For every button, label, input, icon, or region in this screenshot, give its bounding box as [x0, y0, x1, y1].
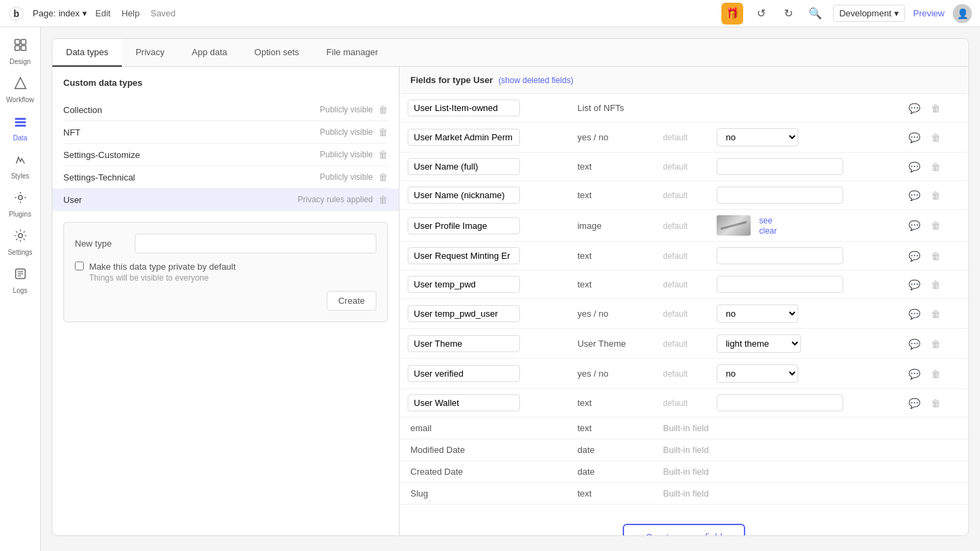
data-type-item-settings-customize[interactable]: Settings-Customize Publicly visible 🗑 [63, 144, 388, 166]
field-type-cell: yes / no [569, 299, 655, 329]
create-field-button[interactable]: Create a new field [623, 524, 746, 535]
data-type-item-user[interactable]: User Privacy rules applied 🗑 [52, 189, 399, 211]
field-name-input[interactable] [408, 187, 520, 204]
fields-panel-title: Fields for type User [410, 75, 493, 85]
sidebar-item-settings[interactable]: Settings [0, 223, 40, 262]
data-type-item-settings-technical[interactable]: Settings-Technical Publicly visible 🗑 [63, 166, 388, 189]
field-name-input[interactable] [408, 217, 520, 234]
new-type-input[interactable] [135, 234, 376, 253]
field-default-select[interactable]: noyes [717, 364, 798, 383]
field-value-cell [708, 242, 897, 270]
data-type-item-nft[interactable]: NFT Publicly visible 🗑 [63, 121, 388, 144]
sidebar-item-data[interactable]: Data [0, 109, 40, 147]
table-row: text default 💬 🗑 [399, 242, 968, 270]
field-name-input[interactable] [408, 276, 520, 293]
field-delete-button[interactable]: 🗑 [928, 278, 943, 292]
field-comment-button[interactable]: 💬 [906, 249, 923, 263]
field-delete-button[interactable]: 🗑 [928, 131, 943, 144]
field-value-cell [708, 270, 897, 299]
field-comment-button[interactable]: 💬 [906, 101, 923, 115]
field-delete-button[interactable]: 🗑 [928, 367, 943, 381]
field-default-select[interactable]: light themedark themenoyes [717, 334, 801, 353]
field-actions-cell: 💬 🗑 [898, 389, 968, 418]
field-delete-button[interactable]: 🗑 [928, 219, 943, 232]
undo-button[interactable]: ↺ [751, 4, 770, 23]
field-comment-button[interactable]: 💬 [906, 337, 923, 351]
sidebar-item-design[interactable]: Design [0, 33, 40, 71]
field-default-input[interactable] [717, 247, 843, 264]
field-comment-button[interactable]: 💬 [906, 278, 923, 292]
create-type-button[interactable]: Create [327, 291, 376, 311]
show-deleted-link[interactable]: (show deleted fields) [498, 76, 573, 85]
field-name-input[interactable] [408, 247, 520, 264]
field-comment-button[interactable]: 💬 [906, 367, 923, 381]
field-name-input[interactable] [408, 335, 520, 352]
gift-button[interactable]: 🎁 [721, 3, 743, 25]
field-default-select[interactable]: noyes [717, 128, 798, 146]
env-dropdown-icon: ▾ [894, 8, 899, 18]
field-default-cell: default [655, 153, 708, 181]
field-image-cell: see clear [708, 210, 897, 242]
tab-option-sets[interactable]: Option sets [241, 39, 313, 67]
private-checkbox[interactable] [75, 262, 84, 270]
clear-link[interactable]: clear [759, 226, 777, 236]
topbar-nav: Edit Help Saved [95, 8, 176, 18]
edit-button[interactable]: Edit [95, 8, 110, 18]
field-name-input[interactable] [408, 158, 520, 175]
field-default-input[interactable] [717, 276, 843, 293]
field-comment-button[interactable]: 💬 [906, 189, 923, 202]
page-name: index [59, 8, 80, 18]
data-type-item-collection[interactable]: Collection Publicly visible 🗑 [63, 99, 388, 121]
app-logo[interactable]: b [8, 5, 24, 22]
field-type-cell: text [569, 389, 655, 418]
svg-point-11 [18, 234, 22, 238]
field-name-input[interactable] [408, 365, 520, 382]
field-delete-button[interactable]: 🗑 [928, 396, 943, 410]
redo-button[interactable]: ↻ [779, 4, 798, 23]
sidebar-item-plugins[interactable]: Plugins [0, 185, 40, 223]
help-button[interactable]: Help [121, 8, 140, 18]
field-delete-button[interactable]: 🗑 [928, 101, 943, 115]
field-actions-cell: 💬 🗑 [898, 94, 968, 123]
sidebar-item-logs[interactable]: Logs [0, 262, 40, 300]
field-comment-button[interactable]: 💬 [906, 396, 923, 410]
private-sub: Things will be visible to everyone [89, 273, 235, 283]
environment-selector[interactable]: Development ▾ [833, 5, 905, 22]
preview-button[interactable]: Preview [913, 8, 945, 18]
field-name-cell: Modified Date [399, 439, 569, 461]
new-type-label: New type [75, 238, 129, 249]
page-selector[interactable]: Page: index ▾ [33, 8, 87, 18]
field-name-input[interactable] [408, 99, 520, 116]
field-comment-button[interactable]: 💬 [906, 160, 923, 174]
tab-file-manager[interactable]: File manager [313, 39, 392, 67]
tab-data-types[interactable]: Data types [52, 39, 122, 67]
field-delete-button[interactable]: 🗑 [928, 249, 943, 263]
field-default-input[interactable] [717, 187, 843, 204]
svg-point-10 [18, 195, 22, 200]
table-row: text default 💬 🗑 [399, 153, 968, 181]
sidebar-item-workflow[interactable]: Workflow [0, 71, 40, 109]
field-name-input[interactable] [408, 305, 520, 322]
page-dropdown-icon[interactable]: ▾ [82, 8, 87, 18]
field-name-input[interactable] [408, 129, 520, 146]
tab-privacy[interactable]: Privacy [122, 39, 178, 67]
see-link[interactable]: see [759, 216, 772, 225]
tab-app-data[interactable]: App data [178, 39, 241, 67]
field-default-cell: default [655, 299, 708, 329]
field-default-select[interactable]: noyes [717, 304, 798, 323]
field-default-input[interactable] [717, 394, 843, 411]
user-avatar[interactable]: 👤 [953, 4, 972, 23]
field-delete-button[interactable]: 🗑 [928, 160, 943, 174]
field-delete-button[interactable]: 🗑 [928, 307, 943, 321]
field-name-input[interactable] [408, 394, 520, 411]
sidebar-item-styles[interactable]: Styles [0, 147, 40, 185]
field-comment-button[interactable]: 💬 [906, 131, 923, 144]
field-default-cell: default [655, 181, 708, 210]
field-comment-button[interactable]: 💬 [906, 219, 923, 232]
field-delete-button[interactable]: 🗑 [928, 337, 943, 351]
field-actions-cell: 💬 🗑 [898, 210, 968, 242]
field-default-input[interactable] [717, 158, 843, 175]
search-button[interactable]: 🔍 [806, 4, 825, 23]
field-comment-button[interactable]: 💬 [906, 307, 923, 321]
field-delete-button[interactable]: 🗑 [928, 189, 943, 202]
